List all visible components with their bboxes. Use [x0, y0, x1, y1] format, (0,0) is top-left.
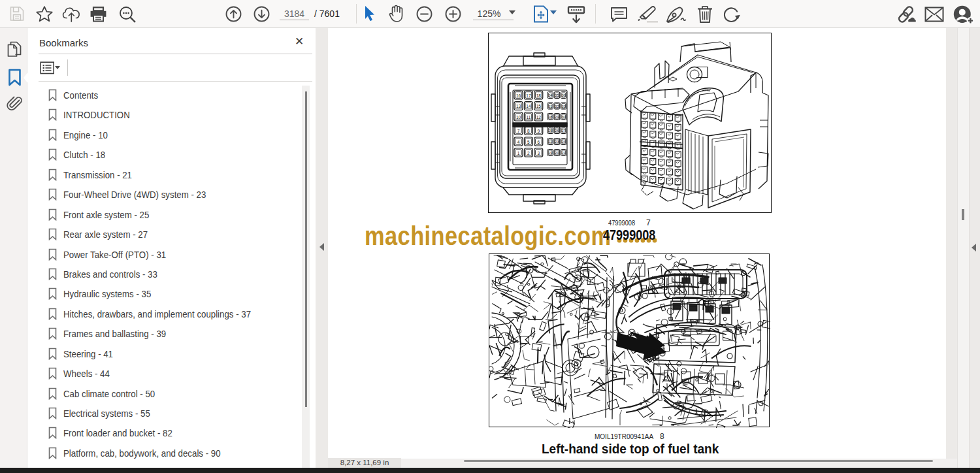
svg-text:24: 24 [562, 140, 566, 144]
svg-text:30: 30 [562, 115, 566, 119]
svg-text:35: 35 [555, 93, 559, 97]
svg-text:17: 17 [526, 93, 531, 98]
svg-text:15: 15 [536, 104, 542, 108]
svg-text:20: 20 [555, 151, 559, 155]
svg-text:33: 33 [562, 105, 566, 108]
svg-text:32: 32 [555, 105, 559, 108]
svg-text:22: 22 [548, 140, 552, 144]
svg-text:1: 1 [517, 151, 520, 155]
svg-text:7: 7 [517, 129, 520, 133]
svg-text:2: 2 [527, 151, 530, 155]
svg-text:26: 26 [555, 129, 559, 133]
svg-text:6: 6 [537, 140, 540, 144]
svg-text:12: 12 [536, 115, 542, 120]
svg-text:31: 31 [548, 105, 552, 108]
svg-text:29: 29 [555, 115, 559, 119]
svg-text:23: 23 [555, 140, 559, 144]
svg-text:36: 36 [562, 93, 566, 97]
svg-text:13: 13 [516, 104, 521, 108]
svg-text:28: 28 [548, 115, 552, 119]
svg-text:4: 4 [517, 140, 520, 144]
svg-text:5: 5 [527, 140, 530, 144]
svg-text:27: 27 [562, 129, 566, 133]
svg-text:8: 8 [527, 129, 530, 133]
svg-text:9: 9 [537, 129, 540, 133]
svg-text:18: 18 [536, 93, 542, 98]
svg-text:14: 14 [526, 104, 531, 108]
svg-text:34: 34 [548, 93, 552, 97]
svg-text:21: 21 [562, 151, 566, 155]
svg-text:16: 16 [516, 93, 521, 98]
svg-text:25: 25 [548, 129, 552, 133]
svg-text:3: 3 [537, 151, 540, 155]
svg-text:11: 11 [527, 115, 531, 120]
svg-text:10: 10 [516, 115, 521, 120]
svg-text:19: 19 [548, 151, 552, 155]
